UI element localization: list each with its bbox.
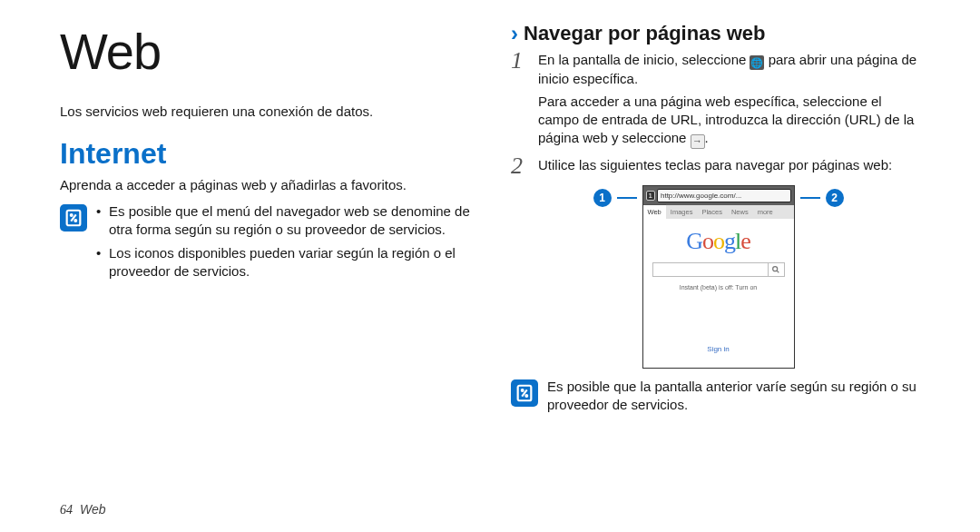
page-footer: 64 Web [60, 502, 106, 517]
browser-tab[interactable]: Images [666, 205, 698, 219]
phone-illustration: 1 1 http://www.google.com/... Web Images… [511, 185, 926, 369]
tab-count-icon: 1 [646, 191, 655, 201]
step-text: . [705, 130, 709, 145]
step-number: 2 [511, 154, 529, 178]
browser-tab[interactable]: Places [697, 205, 727, 219]
footer-title: Web [80, 502, 106, 517]
search-bar [652, 262, 785, 277]
chevron-right-icon: › [511, 23, 518, 44]
note-box: Es posible que la pantalla anterior varí… [511, 378, 926, 415]
callout-badge-1: 1 [593, 189, 612, 207]
callout-badge-2: 2 [826, 189, 844, 207]
svg-point-1 [773, 266, 778, 271]
phone-frame: 1 http://www.google.com/... Web Images P… [642, 185, 795, 369]
note-item: Los iconos disponibles pueden variar seg… [96, 244, 475, 281]
step-text: Utilice las siguientes teclas para naveg… [538, 156, 926, 178]
note-item: Es posible que el menú del navegador web… [96, 202, 475, 240]
step-text: Para acceder a una página web específica… [538, 94, 914, 146]
step-text: En la pantalla de inicio, seleccione [538, 52, 750, 67]
browser-tab[interactable]: Web [643, 205, 666, 219]
subsection-heading: Navegar por páginas web [524, 22, 766, 45]
go-arrow-icon: → [691, 134, 705, 149]
step-1: 1 En la pantalla de inicio, seleccione 🌐… [511, 51, 926, 149]
note-icon [60, 204, 87, 232]
callout-line [617, 197, 637, 199]
magnifier-icon [771, 265, 780, 274]
search-button[interactable] [768, 263, 784, 276]
browser-tab[interactable]: more [753, 205, 778, 219]
section-heading-internet: Internet [60, 137, 475, 171]
step-number: 1 [511, 49, 529, 149]
browser-tab[interactable]: News [727, 205, 753, 219]
step-2: 2 Utilice las siguientes teclas para nav… [511, 156, 926, 178]
intro-text: Los servicios web requieren una conexión… [60, 103, 475, 121]
google-logo: Google [652, 228, 785, 255]
browser-tabs: Web Images Places News more [643, 205, 794, 219]
note-box: Es posible que el menú del navegador web… [60, 202, 475, 287]
note-icon [511, 379, 538, 407]
page-number: 64 [60, 503, 73, 517]
url-field[interactable]: http://www.google.com/... [657, 189, 791, 202]
search-input[interactable] [653, 263, 768, 276]
sign-in-link[interactable]: Sign in [652, 345, 785, 353]
instant-hint: Instant (beta) is off: Turn on [652, 284, 785, 291]
callout-line [800, 197, 820, 199]
globe-icon: 🌐 [750, 55, 764, 70]
note-text: Es posible que la pantalla anterior varí… [547, 378, 926, 415]
section-subtitle: Aprenda a acceder a páginas web y añadir… [60, 176, 475, 194]
page-title: Web [60, 22, 475, 81]
